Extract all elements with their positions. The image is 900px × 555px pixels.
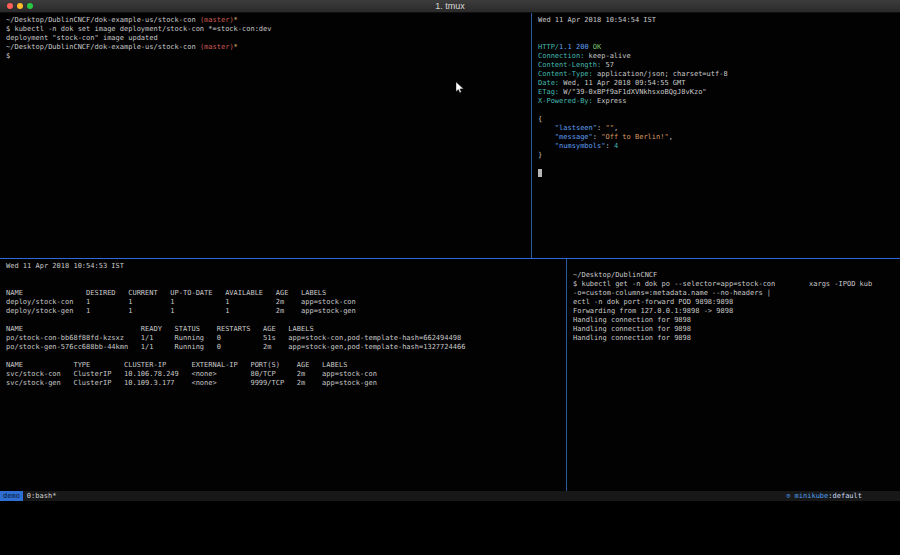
terminal-line — [538, 25, 900, 34]
terminal-text: svc/stock-con ClusterIP 10.106.78.249 <n… — [6, 370, 377, 378]
terminal-text: Content-Type: — [538, 70, 593, 78]
terminal-text — [538, 124, 555, 132]
terminal-text: NAME TYPE CLUSTER-IP EXTERNAL-IP PORT(S)… — [6, 361, 347, 369]
tmux-content: ~/Desktop/DublinCNCF/dok-example-us/stoc… — [0, 13, 900, 501]
terminal-text: $ kubectl get -n dok po --selector=app=s… — [573, 280, 872, 288]
terminal-line: deploy/stock-con 1 1 1 1 2m app=stock-co… — [6, 298, 566, 307]
terminal-text: ~/Desktop/DublinCNCF/dok-example-us/stoc… — [6, 16, 200, 24]
tmux-window-tab[interactable]: 0:bash* — [27, 491, 57, 501]
terminal-line: "message": "Off to Berlin!", — [538, 133, 900, 142]
terminal-text: "Off to Berlin!" — [601, 133, 668, 141]
terminal-line: Forwarding from 127.0.0.1:9898 -> 9898 — [573, 307, 900, 316]
terminal-text: deployment "stock-con" image updated — [6, 34, 158, 42]
terminal-line: Date: Wed, 11 Apr 2018 09:54:55 GMT — [538, 79, 900, 88]
terminal-text: "lastseen" — [555, 124, 597, 132]
terminal-line: Connection: keep-alive — [538, 52, 900, 61]
window-title: 1. tmux — [0, 0, 900, 13]
terminal-text: -o=custom-columns=:metadata.name --no-he… — [573, 289, 771, 297]
terminal-text: ~/Desktop/DublinCNCF/dok-example-us/stoc… — [6, 43, 200, 51]
terminal-line: $ kubectl -n dok set image deployment/st… — [6, 25, 531, 34]
bottom-pane-row: Wed 11 Apr 2018 10:54:53 ISTNAME DESIRED… — [0, 259, 900, 491]
terminal-text: : — [593, 133, 601, 141]
pane-top-left-shell[interactable]: ~/Desktop/DublinCNCF/dok-example-us/stoc… — [0, 13, 531, 258]
terminal-text: ~/Desktop/DublinCNCF — [573, 271, 657, 279]
terminal-line: ~/Desktop/DublinCNCF/dok-example-us/stoc… — [6, 43, 531, 52]
terminal-line — [6, 352, 566, 361]
terminal-line: { — [538, 115, 900, 124]
terminal-line: ETag: W/"39-0xBPf9aF1dXVNkhsxoBQgJ8vKzo" — [538, 88, 900, 97]
terminal-text: 4 — [614, 142, 618, 150]
terminal-text: * — [234, 16, 238, 24]
terminal-line: Handling connection for 9898 — [573, 325, 900, 334]
terminal-text: Wed, 11 Apr 2018 09:54:55 GMT — [559, 79, 685, 87]
terminal-line: po/stock-con-bb68f88fd-kzsxz 1/1 Running… — [6, 334, 566, 343]
terminal-line — [6, 280, 566, 289]
terminal-text: svc/stock-gen ClusterIP 10.109.3.177 <no… — [6, 379, 377, 387]
mouse-cursor — [456, 79, 465, 91]
terminal-text: } — [538, 151, 542, 159]
pane-top-right-http-watch[interactable]: Wed 11 Apr 2018 10:54:54 ISTHTTP/1.1 200… — [532, 13, 900, 258]
titlebar[interactable]: 1. tmux — [0, 0, 900, 13]
zoom-window-button[interactable] — [27, 3, 33, 9]
terminal-text: Wed 11 Apr 2018 10:54:54 IST — [538, 16, 656, 24]
kube-context-indicator: ⊙ minikube:default — [786, 491, 900, 501]
terminal-line — [573, 262, 900, 271]
terminal-line: ~/Desktop/DublinCNCF/dok-example-us/stoc… — [6, 16, 531, 25]
terminal-text: , — [669, 133, 673, 141]
pane-bottom-right-port-forward[interactable]: ~/Desktop/DublinCNCF$ kubectl get -n dok… — [567, 259, 900, 491]
pane-bottom-left-kubectl-watch[interactable]: Wed 11 Apr 2018 10:54:53 ISTNAME DESIRED… — [0, 259, 566, 491]
terminal-line: svc/stock-gen ClusterIP 10.109.3.177 <no… — [6, 379, 566, 388]
terminal-line — [538, 169, 900, 178]
terminal-text: "" — [605, 124, 613, 132]
tmux-status-bar: demo 0:bash* ⊙ minikube:default — [0, 491, 900, 501]
terminal-line: NAME TYPE CLUSTER-IP EXTERNAL-IP PORT(S)… — [6, 361, 566, 370]
terminal-line — [538, 34, 900, 43]
terminal-line: po/stock-gen-576cc688bb-44kmn 1/1 Runnin… — [6, 343, 566, 352]
terminal-text: "numsymbols" — [555, 142, 606, 150]
terminal-text: application/json; charset=utf-8 — [593, 70, 728, 78]
terminal-text: { — [538, 115, 542, 123]
tmux-session-name[interactable]: demo — [0, 491, 23, 501]
terminal-line: ~/Desktop/DublinCNCF — [573, 271, 900, 280]
terminal-line: Wed 11 Apr 2018 10:54:53 IST — [6, 262, 566, 271]
close-window-button[interactable] — [7, 3, 13, 9]
terminal-text: * — [234, 43, 238, 51]
terminal-text: 57 — [601, 61, 614, 69]
terminal-text: Handling connection for 9898 — [573, 316, 691, 324]
window-controls — [0, 3, 33, 9]
terminal-line: svc/stock-con ClusterIP 10.106.78.249 <n… — [6, 370, 566, 379]
terminal-text: deploy/stock-con 1 1 1 1 2m app=stock-co… — [6, 298, 356, 306]
terminal-line: NAME DESIRED CURRENT UP-TO-DATE AVAILABL… — [6, 289, 566, 298]
terminal-line: deploy/stock-gen 1 1 1 1 2m app=stock-ge… — [6, 307, 566, 316]
terminal-text: (master) — [200, 43, 234, 51]
terminal-line: NAME READY STATUS RESTARTS AGE LABELS — [6, 325, 566, 334]
terminal-line: ectl -n dok port-forward POD 9898:9898 — [573, 298, 900, 307]
terminal-line: HTTP/1.1 200 OK — [538, 43, 900, 52]
terminal-text: Handling connection for 9898 — [573, 334, 691, 342]
terminal-line: $ — [6, 52, 531, 61]
terminal-line: $ kubectl get -n dok po --selector=app=s… — [573, 280, 900, 289]
terminal-line — [6, 316, 566, 325]
terminal-text: "message" — [555, 133, 593, 141]
terminal-window: 1. tmux ~/Desktop/DublinCNCF/dok-example… — [0, 0, 900, 501]
terminal-text: deploy/stock-gen 1 1 1 1 2m app=stock-ge… — [6, 307, 356, 315]
minikube-icon: ⊙ — [786, 492, 794, 500]
terminal-text: Express — [593, 97, 627, 105]
terminal-line: Handling connection for 9898 — [573, 334, 900, 343]
terminal-cursor — [538, 169, 542, 177]
top-pane-row: ~/Desktop/DublinCNCF/dok-example-us/stoc… — [0, 13, 900, 258]
terminal-line: Handling connection for 9898 — [573, 316, 900, 325]
terminal-text: Forwarding from 127.0.0.1:9898 -> 9898 — [573, 307, 733, 315]
terminal-text: $ — [6, 52, 10, 60]
terminal-line: Wed 11 Apr 2018 10:54:54 IST — [538, 16, 900, 25]
terminal-text: po/stock-con-bb68f88fd-kzsxz 1/1 Running… — [6, 334, 461, 342]
terminal-line: X-Powered-By: Express — [538, 97, 900, 106]
terminal-text: $ kubectl -n dok set image deployment/st… — [6, 25, 272, 33]
terminal-text: NAME READY STATUS RESTARTS AGE LABELS — [6, 325, 314, 333]
terminal-text: HTTP/ — [538, 43, 559, 51]
terminal-text: 1.1 — [559, 43, 572, 51]
minimize-window-button[interactable] — [17, 3, 23, 9]
terminal-line: deployment "stock-con" image updated — [6, 34, 531, 43]
terminal-text: OK — [593, 43, 601, 51]
terminal-text: keep-alive — [584, 52, 630, 60]
